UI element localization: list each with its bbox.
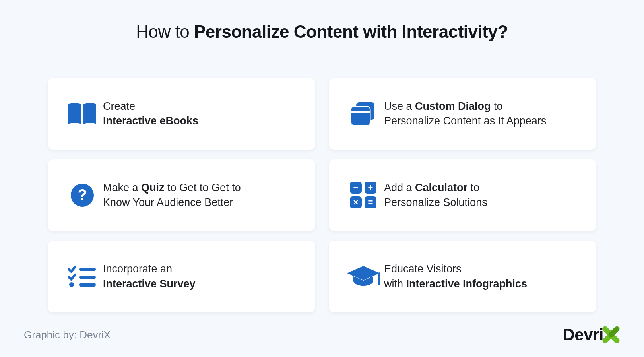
l1-suffix: to Get to Get to [165,182,241,194]
l2-bold: Interactive Survey [103,278,196,290]
card-calculator: − + × = Add a Calculator to Personalize … [329,159,596,231]
page-title: How to Personalize Content with Interact… [8,22,636,42]
graduation-cap-icon [342,264,384,289]
calc-minus: − [350,182,362,194]
svg-marker-15 [347,266,380,280]
l1-prefix: Use a [384,100,415,112]
graphic-credit: Graphic by: DevriX [24,329,111,341]
l2: Personalize Solutions [384,196,487,208]
svg-rect-12 [79,276,96,279]
card-survey: Incorporate an Interactive Survey [48,241,315,312]
page-header: How to Personalize Content with Interact… [0,0,644,61]
l2: Personalize Content as It Appears [384,115,546,127]
title-prefix: How to [136,22,194,41]
svg-rect-11 [79,268,96,271]
svg-rect-7 [351,107,370,111]
line1: Create [103,100,135,112]
brand-text: Devri [563,325,603,344]
l1-suffix: to [491,100,503,112]
card-text: Incorporate an Interactive Survey [103,262,196,291]
survey-list-icon [61,265,103,288]
card-quiz: ? Make a Quiz to Get to Get to Know Your… [48,159,315,231]
card-text: Use a Custom Dialog to Personalize Conte… [384,99,546,129]
l1: Incorporate an [103,263,172,275]
l2-prefix: with [384,278,406,290]
card-text: Educate Visitors with Interactive Infogr… [384,262,527,291]
dialog-stack-icon [342,101,384,127]
question-circle-icon: ? [61,183,103,208]
line2-bold: Interactive eBooks [103,115,198,127]
svg-text:?: ? [78,186,87,203]
svg-rect-14 [79,283,96,287]
l2: Know Your Audience Better [103,196,233,208]
l1: Educate Visitors [384,263,462,275]
calc-times: × [350,196,362,208]
calc-plus: + [365,182,376,194]
card-text: Make a Quiz to Get to Get to Know Your A… [103,180,241,210]
brand-x-icon [602,326,620,344]
cards-grid: Create Interactive eBooks [0,61,644,321]
title-bold: Personalize Content with Interactivity? [194,22,508,41]
card-custom-dialog: Use a Custom Dialog to Personalize Conte… [329,78,596,150]
infographic-page: How to Personalize Content with Interact… [0,0,644,357]
calculator-icon: − + × = [342,182,384,208]
l1-bold: Quiz [141,182,165,194]
l1-prefix: Add a [384,182,415,194]
page-footer: Graphic by: DevriX Devri [0,321,644,357]
l1-suffix: to [467,182,479,194]
card-text: Add a Calculator to Personalize Solution… [384,180,487,210]
card-infographics: Educate Visitors with Interactive Infogr… [329,241,596,312]
card-ebooks: Create Interactive eBooks [48,78,315,150]
card-text: Create Interactive eBooks [103,99,198,129]
brand-logo: Devri [563,325,620,344]
l1-bold: Custom Dialog [415,100,491,112]
l2-bold: Interactive Infographics [406,278,528,290]
l1-bold: Calculator [415,182,467,194]
svg-point-17 [378,282,380,285]
l1-prefix: Make a [103,182,141,194]
svg-point-13 [69,282,74,287]
book-open-icon [61,102,103,126]
calc-equals: = [365,196,376,208]
